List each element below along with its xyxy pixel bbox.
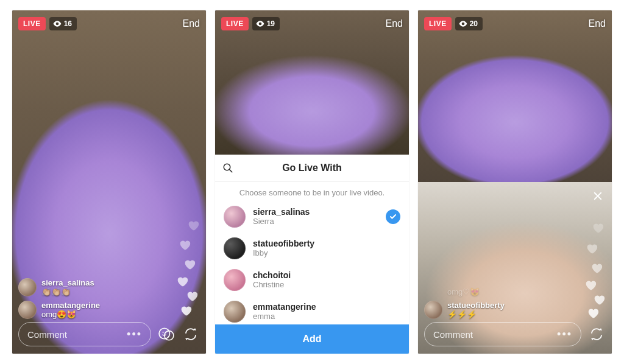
comment-username: sierra_salinas — [41, 278, 94, 287]
live-top-bar: LIVE 16 End — [12, 10, 206, 37]
comment-input[interactable]: Comment ••• — [18, 322, 151, 346]
avatar — [224, 301, 246, 323]
svg-point-2 — [163, 332, 164, 333]
svg-line-5 — [229, 169, 232, 172]
viewer-count: 16 — [64, 19, 72, 28]
end-live-button[interactable]: End — [589, 18, 606, 29]
eye-icon — [459, 21, 467, 27]
phone-screen-1: LIVE 16 End sierra_salinas 👏🏼👏🏼👏🏼 emmata… — [12, 10, 206, 354]
avatar — [424, 301, 442, 319]
person-display-name: Sierra — [253, 217, 310, 226]
comment-body: omg♡😻 — [424, 287, 480, 297]
switch-camera-icon — [183, 327, 198, 341]
comment-username: emmatangerine — [41, 301, 100, 310]
comment-item-faded: omg♡😻 — [424, 287, 550, 297]
viewer-count: 19 — [267, 19, 275, 28]
live-bottom-bar: Comment ••• — [12, 317, 206, 354]
comment-username: statueofibberty — [447, 301, 505, 310]
sheet-header: Go Live With — [215, 155, 409, 182]
search-icon — [222, 163, 233, 173]
person-username: sierra_salinas — [253, 207, 310, 217]
sheet-title: Go Live With — [282, 163, 342, 173]
sheet-person-row[interactable]: statueofibberty Ibby — [215, 233, 409, 264]
viewer-count: 20 — [470, 19, 478, 28]
sheet-person-row[interactable]: sierra_salinas Sierra — [215, 201, 409, 233]
comment-input[interactable]: Comment ••• — [424, 322, 581, 346]
selected-check[interactable] — [386, 209, 400, 224]
sheet-subtitle: Choose someone to be in your live video. — [215, 182, 409, 201]
person-username: chchoitoi — [253, 270, 291, 281]
eye-icon — [53, 21, 62, 27]
sheet-search-button[interactable] — [222, 163, 233, 173]
comment-more-button[interactable]: ••• — [557, 328, 572, 341]
avatar — [18, 278, 37, 296]
person-username: emmatangerine — [253, 302, 316, 312]
switch-camera-button[interactable] — [182, 325, 200, 343]
live-top-bar: LIVE 20 End — [418, 10, 612, 37]
end-live-button[interactable]: End — [183, 18, 200, 29]
comment-body: 👏🏼👏🏼👏🏼 — [41, 287, 71, 296]
avatar — [224, 206, 246, 228]
sheet-person-row[interactable]: chchoitoi Christine — [215, 264, 409, 296]
phone-screen-2: LIVE 19 End Go Live With Choose someone … — [215, 10, 409, 354]
comments-overlay: sierra_salinas 👏🏼👏🏼👏🏼 emmatangerine omg😍… — [18, 278, 144, 320]
person-username: statueofibberty — [253, 239, 314, 249]
live-top-bar: LIVE 19 End — [215, 10, 409, 37]
avatar — [224, 269, 246, 291]
go-live-with-sheet: Go Live With Choose someone to be in you… — [215, 155, 409, 354]
viewer-count-pill[interactable]: 20 — [455, 17, 483, 30]
person-display-name: emma — [253, 312, 316, 321]
viewer-count-pill[interactable]: 19 — [252, 17, 280, 30]
live-badge: LIVE — [18, 17, 46, 30]
face-filter-icon — [158, 326, 174, 342]
svg-point-3 — [165, 332, 166, 333]
comment-placeholder: Comment — [27, 329, 67, 340]
comment-item[interactable]: sierra_salinas 👏🏼👏🏼👏🏼 — [18, 278, 144, 297]
avatar — [18, 301, 37, 319]
live-badge: LIVE — [221, 17, 249, 30]
avatar — [224, 237, 246, 259]
person-display-name: Ibby — [253, 248, 314, 258]
comment-more-button[interactable]: ••• — [127, 328, 142, 341]
viewer-count-pill[interactable]: 16 — [49, 17, 77, 30]
eye-icon — [256, 21, 264, 27]
sheet-people-list[interactable]: sierra_salinas Sierra statueofibberty Ib… — [215, 201, 409, 324]
close-icon — [592, 191, 603, 201]
add-guest-button[interactable]: Add — [215, 324, 409, 354]
phone-screen-3: LIVE 20 End omg♡😻 statueofibberty ⚡⚡⚡ — [418, 10, 612, 354]
end-live-button[interactable]: End — [386, 18, 403, 29]
check-icon — [389, 213, 397, 220]
three-phone-layout: LIVE 16 End sierra_salinas 👏🏼👏🏼👏🏼 emmata… — [0, 0, 624, 364]
live-badge: LIVE — [424, 17, 452, 30]
switch-camera-button[interactable] — [587, 325, 606, 343]
comments-overlay: omg♡😻 statueofibberty ⚡⚡⚡ — [424, 287, 550, 320]
person-display-name: Christine — [253, 280, 291, 290]
switch-camera-icon — [589, 327, 604, 341]
comment-placeholder: Comment — [433, 329, 473, 340]
sheet-person-row[interactable]: emmatangerine emma — [215, 296, 409, 324]
remove-guest-button[interactable] — [590, 188, 606, 204]
face-filter-button[interactable] — [157, 325, 176, 343]
live-bottom-bar: Comment ••• — [418, 317, 612, 354]
